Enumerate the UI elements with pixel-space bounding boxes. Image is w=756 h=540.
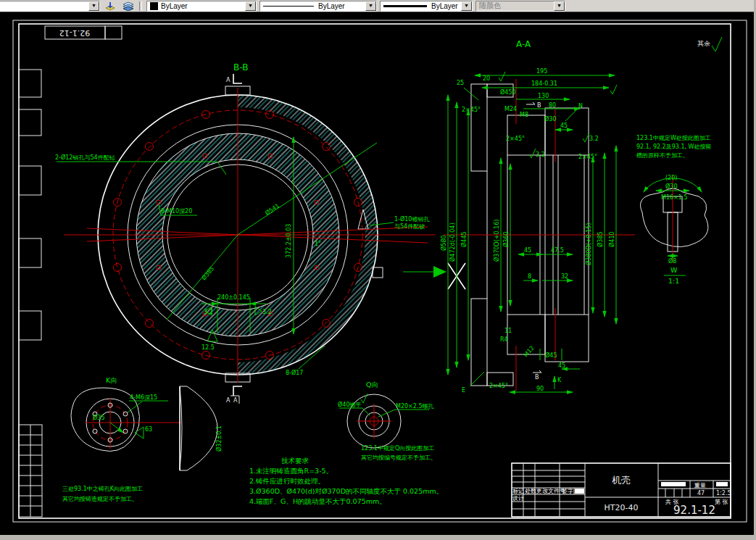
section-mark-a-top: A [226, 77, 230, 83]
w-note-1: 123.1中规定W处按此图加工 [636, 135, 711, 141]
dim-240: 240±0.145 [217, 294, 250, 301]
linetype-control[interactable]: ByLayer ▼ [259, 1, 377, 12]
dim-90: 90 [536, 386, 544, 392]
lineweight-control[interactable]: ByLayer ▼ [380, 1, 473, 12]
surface-finish-corner: 其余 [697, 37, 722, 51]
dome-dim: Ø32±0.1 [215, 425, 223, 452]
view-k: K向 4-M6深15 Ø35 63 [71, 376, 181, 452]
k-label: K向 [106, 376, 117, 384]
rough-125: 12.5 [202, 344, 215, 351]
note-m10: 8-M10深20 [161, 208, 192, 215]
chevron-down-icon: ▼ [554, 1, 565, 11]
dim-d541: Ø541 [264, 202, 281, 217]
note-taper-2: 与54件配铰 [394, 223, 425, 230]
tb-sheet-no: 第 张 [715, 499, 728, 505]
k-note: 三处93.1中之铸孔K向此图加工 其它均按铸造规定不予加工。 [62, 486, 143, 502]
datum-b-bottom: B [535, 374, 539, 381]
color-swatch [150, 2, 158, 10]
chamfer-1: 2×45° [462, 107, 481, 113]
q-spotface: Ø40锪平 [338, 401, 361, 408]
tb-material: HT20-40 [605, 503, 639, 512]
lineweight-glyph [383, 5, 427, 7]
q-tap: M20×2.5螺孔 [396, 403, 435, 410]
tech-notes: 技术要求 1.未注明铸造圆角R=3-5。 2.铸件应进行时效处理。 3.Ø360… [249, 457, 443, 505]
dim-m8: M8 [520, 112, 528, 118]
chevron-down-icon[interactable]: ▼ [461, 1, 472, 11]
w-label: W [670, 266, 678, 274]
w-note-2: 92.1, 92.2及93.1, W处按留 [636, 144, 712, 150]
dim-30: Ø30 [544, 115, 556, 122]
dia-360: Ø360 [502, 231, 510, 247]
aa-lower-section [471, 299, 589, 386]
chamfer-2: 2×45° [506, 136, 525, 142]
k-d35: Ø35 [93, 414, 104, 421]
q-label: Q向 [366, 381, 378, 389]
dim-372: 372.2±0.03 [286, 224, 292, 258]
dim-45a: 45 [560, 122, 568, 129]
chevron-down-icon[interactable]: ▼ [365, 1, 376, 11]
chevron-down-icon[interactable]: ▼ [88, 1, 99, 11]
view-bb-label: B-B [233, 62, 248, 72]
k-63: 63 [145, 426, 152, 433]
rough-2: 3.2 [589, 136, 599, 142]
dim-130: 130 [538, 93, 549, 99]
plotstyle-value: 随颜色 [479, 1, 501, 11]
w-note-3: 槽的原样不予加工。 [636, 152, 689, 159]
make-object-layer-button[interactable] [103, 1, 117, 11]
dim-450: Ø450 [500, 88, 516, 96]
toolbar: ▼ ByLayer ▼ ByLayer ▼ ByLayer ▼ 随颜色 ▼ [0, 0, 756, 12]
plotstyle-control: 随颜色 ▼ [475, 1, 565, 12]
layers-icon [122, 1, 134, 11]
datum-b-top: B [537, 102, 541, 109]
drawing-canvas[interactable]: 92.1-12 其余 B-B A A [0, 12, 754, 535]
tb-design: 设计 [512, 495, 524, 502]
dim-11: 11 [504, 328, 512, 334]
tb-weight-value: 47 [697, 490, 705, 497]
dim-8: 8 [528, 273, 531, 280]
detail-w: 123.1中规定W处按此图加工 92.1, 92.2及93.1, W处按留 槽的… [636, 135, 712, 285]
layer-dropdown[interactable]: ▼ [0, 1, 100, 12]
dim-45c: 45 [558, 362, 565, 369]
dim-195: 195 [536, 68, 547, 75]
tb-sign: 签字 [562, 488, 573, 494]
dim-45b: 45 [524, 247, 531, 254]
dim-angle: 1° [315, 241, 321, 247]
dim-m24: M24 [504, 106, 517, 112]
dia-370: Ø370D(+0.16) [493, 220, 500, 262]
dome-mark-a: A [233, 397, 238, 404]
tech-line-2: 2.铸件应进行时效处理。 [249, 477, 325, 485]
color-value: ByLayer [161, 2, 188, 10]
view-aa: A-A [403, 39, 635, 394]
w-m16: M16×1.5 [661, 194, 688, 201]
section-dome: Ø32±0.1 A [180, 386, 239, 470]
cad-drawing: 92.1-12 其余 B-B A A [0, 12, 754, 535]
dim-80: 80 [549, 102, 556, 109]
rough-1: 3.2 [536, 151, 545, 158]
dim-r4: R4 [500, 336, 508, 343]
tech-line-4: 4.端面F、G、H的跳动量不大于0.075mm。 [249, 497, 386, 505]
color-control[interactable]: ByLayer ▼ [146, 1, 257, 12]
tech-line-3: 3.Ø360D、Ø470(d)对Ø370D的不同轴度不大于 0.025mm。 [249, 487, 443, 495]
layers-button[interactable] [120, 1, 135, 11]
left-edge-cells [19, 70, 42, 517]
chevron-down-icon[interactable]: ▼ [245, 1, 256, 11]
w-d30: Ø30 [665, 183, 677, 190]
dim-25: 25 [457, 80, 464, 86]
w-arc-dim: (20) [665, 175, 677, 181]
title-block: 标记 处数 更改文件号 签字 设计 机壳 HT20-40 重量 47 1:2.5… [512, 463, 731, 517]
dim-20: 20 [483, 75, 490, 82]
toolbar-separator [139, 1, 142, 11]
tb-part-name: 机壳 [612, 475, 631, 486]
k-note-1: 三处93.1中之铸孔K向此图加工 [62, 486, 143, 492]
tb-count: 处数 [525, 488, 536, 494]
tech-title: 技术要求 [281, 457, 310, 465]
tb-doc: 更改文件号 [536, 488, 565, 494]
dim-d385: Ø385 [200, 265, 216, 281]
tech-line-1: 1.未注明铸造圆角R=3-5。 [249, 467, 333, 475]
linetype-glyph [263, 6, 314, 7]
section-mark-a-bottom: A [226, 397, 230, 404]
lineweight-value: ByLayer [431, 2, 458, 10]
datum-e: E [462, 387, 465, 394]
dia-445: Ø445 [460, 231, 468, 247]
view-aa-label: A-A [516, 39, 531, 49]
